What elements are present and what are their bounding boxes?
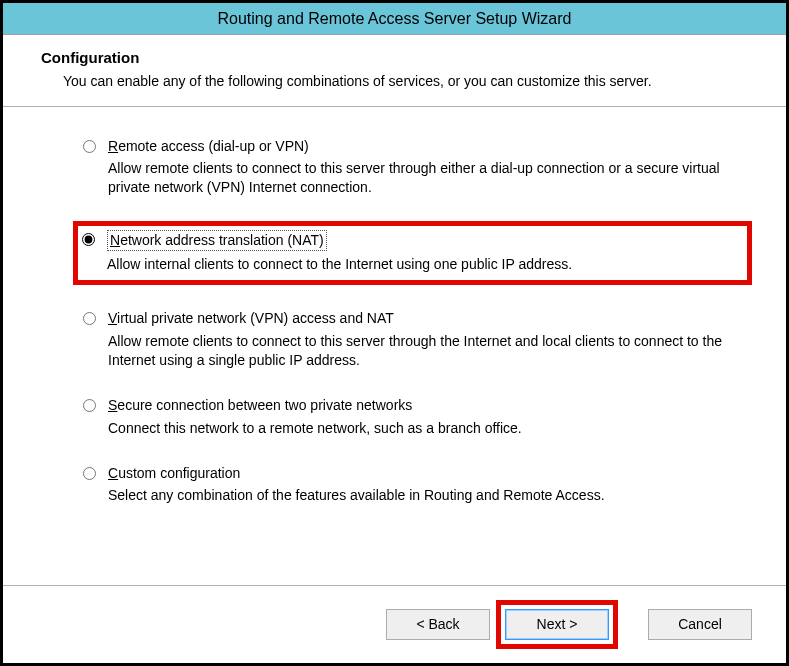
desc-nat: Allow internal clients to connect to the… (107, 255, 727, 274)
radio-vpn-nat[interactable] (83, 312, 96, 325)
wizard-window: Routing and Remote Access Server Setup W… (0, 0, 789, 666)
titlebar: Routing and Remote Access Server Setup W… (3, 3, 786, 35)
radio-remote-access[interactable] (83, 140, 96, 153)
next-button-highlight: Next > (496, 600, 618, 649)
option-remote-access: Remote access (dial-up or VPN) Allow rem… (81, 135, 746, 200)
option-vpn-nat: Virtual private network (VPN) access and… (81, 307, 746, 372)
label-remote-access[interactable]: Remote access (dial-up or VPN) (108, 137, 309, 156)
wizard-header: Configuration You can enable any of the … (3, 35, 786, 106)
desc-secure-connection: Connect this network to a remote network… (108, 419, 728, 438)
option-nat: Network address translation (NAT) Allow … (73, 221, 752, 285)
option-secure-connection: Secure connection between two private ne… (81, 394, 746, 440)
label-custom[interactable]: Custom configuration (108, 464, 240, 483)
options-area: Remote access (dial-up or VPN) Allow rem… (3, 107, 786, 585)
option-custom: Custom configuration Select any combinat… (81, 462, 746, 508)
page-title: Configuration (41, 49, 756, 66)
radio-custom[interactable] (83, 467, 96, 480)
next-button[interactable]: Next > (505, 609, 609, 640)
page-description: You can enable any of the following comb… (41, 72, 681, 92)
radio-secure-connection[interactable] (83, 399, 96, 412)
window-title: Routing and Remote Access Server Setup W… (218, 10, 572, 28)
radio-nat[interactable] (82, 233, 95, 246)
desc-remote-access: Allow remote clients to connect to this … (108, 159, 728, 197)
desc-vpn-nat: Allow remote clients to connect to this … (108, 332, 728, 370)
label-vpn-nat[interactable]: Virtual private network (VPN) access and… (108, 309, 394, 328)
label-nat[interactable]: Network address translation (NAT) (107, 230, 327, 251)
desc-custom: Select any combination of the features a… (108, 486, 728, 505)
wizard-footer: < Back Next > Cancel (3, 585, 786, 663)
back-button[interactable]: < Back (386, 609, 490, 640)
cancel-button[interactable]: Cancel (648, 609, 752, 640)
label-secure-connection[interactable]: Secure connection between two private ne… (108, 396, 412, 415)
